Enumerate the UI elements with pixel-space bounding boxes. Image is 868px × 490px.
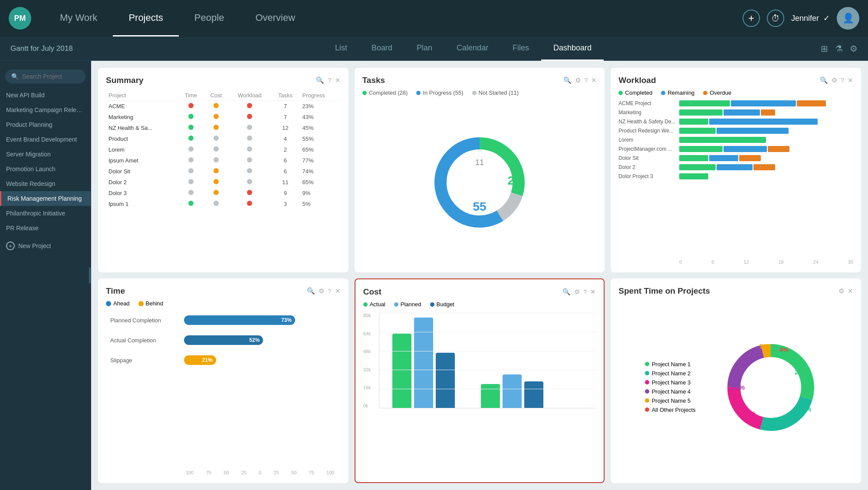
sidebar-item-philanthropic[interactable]: Philanthropic Initiative <box>0 206 91 221</box>
cell-time <box>178 166 204 177</box>
wb-overdue <box>753 164 775 170</box>
workload-bar-row: Dolor Project 3 <box>618 173 853 179</box>
col-cost: Cost <box>204 90 228 101</box>
tasks-settings-icon[interactable]: ⚙ <box>575 76 581 84</box>
add-icon[interactable]: + <box>743 10 760 27</box>
tab-plan[interactable]: Plan <box>404 36 444 61</box>
nav-item-people[interactable]: People <box>179 0 240 36</box>
time-behind-legend: Behind <box>138 300 163 307</box>
cost-legend: Actual Planned Budget <box>363 301 596 308</box>
sidebar-item-product-planning[interactable]: Product Planning <box>0 117 91 132</box>
settings-icon[interactable]: ⚙ <box>850 43 858 54</box>
cost-card: Cost 🔍 ⚙ ? ✕ Actual Planned <box>355 278 605 483</box>
table-row[interactable]: Dolor 3 9 9% <box>106 188 341 199</box>
main-layout: 🔍 New API Build Marketing Campaign Relea… <box>0 61 868 490</box>
tab-calendar[interactable]: Calendar <box>444 36 500 61</box>
time-help-icon[interactable]: ? <box>328 287 331 295</box>
cell-cost <box>204 122 228 133</box>
cell-progress: 45% <box>300 122 341 133</box>
sidebar-item-pr-release[interactable]: PR Release <box>0 221 91 235</box>
timer-icon[interactable]: ⏱ <box>767 10 784 27</box>
table-row[interactable]: Lorem 2 65% <box>106 144 341 155</box>
nav-item-overview[interactable]: Overview <box>240 0 311 36</box>
time-close-icon[interactable]: ✕ <box>335 287 341 295</box>
time-bar-wrap-actual: 52% <box>184 335 336 345</box>
nav-item-mywork[interactable]: My Work <box>44 0 113 36</box>
time-legend: Ahead Behind <box>106 300 341 307</box>
search-input[interactable] <box>22 73 79 80</box>
user-menu[interactable]: Jennifer ✓ <box>791 13 830 23</box>
tab-files[interactable]: Files <box>500 36 541 61</box>
workload-help-icon[interactable]: ? <box>841 76 844 84</box>
table-row[interactable]: Product 4 55% <box>106 133 341 144</box>
wb-completed <box>679 109 723 116</box>
tab-list[interactable]: List <box>323 36 359 61</box>
table-row[interactable]: Marketing 7 43% <box>106 112 341 122</box>
nav-items: My Work Projects People Overview <box>44 0 743 36</box>
table-row[interactable]: Dolor 2 11 65% <box>106 177 341 188</box>
sidebar-item-new-api[interactable]: New API Build <box>0 88 91 103</box>
cell-workload <box>228 133 271 144</box>
workload-search-icon[interactable]: 🔍 <box>820 76 828 84</box>
wb-completed <box>679 100 730 106</box>
wb-overdue <box>761 109 775 116</box>
time-settings-icon[interactable]: ⚙ <box>319 287 324 295</box>
workload-bar-row: Marketing <box>618 109 853 116</box>
sidebar-item-event-brand[interactable]: Event Brand Development <box>0 132 91 147</box>
workload-bars-section: ACME Project Marketing NZ Health & Safet… <box>618 100 853 257</box>
workload-settings-icon[interactable]: ⚙ <box>832 76 837 84</box>
cost-help-icon[interactable]: ? <box>583 288 587 296</box>
summary-card: Summary 🔍 ? ✕ Project Time Cost Workload <box>98 68 349 272</box>
table-row[interactable]: Dolor Sit 6 74% <box>106 166 341 177</box>
spent-time-title: Spent Time on Projects <box>618 286 710 296</box>
summary-close-icon[interactable]: ✕ <box>335 76 341 84</box>
cost-close-icon[interactable]: ✕ <box>590 288 596 296</box>
workload-row-label: NZ Health & Safety De... <box>618 119 679 125</box>
nav-item-projects[interactable]: Projects <box>113 0 178 36</box>
sub-nav-right-icons: ⊞ ⚗ ⚙ <box>821 43 858 54</box>
summary-search-icon[interactable]: 🔍 <box>316 76 324 84</box>
sidebar-item-marketing-campaign[interactable]: Marketing Campaign Release <box>0 103 91 117</box>
spent-donut-svg: 28% 23% 20% 20% 5% 4% <box>714 331 827 444</box>
logo[interactable]: PM <box>9 7 31 30</box>
completed-dot <box>362 91 367 95</box>
sidebar-item-promotion-launch[interactable]: Promotion Launch <box>0 162 91 176</box>
new-project-button[interactable]: + New Project <box>0 237 91 255</box>
table-row[interactable]: Ipsum 1 3 5% <box>106 199 341 209</box>
tasks-help-icon[interactable]: ? <box>584 76 588 84</box>
cost-bar-group-1 <box>392 313 455 408</box>
cell-workload <box>228 188 271 199</box>
table-row[interactable]: NZ Health & Sa... 12 45% <box>106 122 341 133</box>
cost-bar-actual-2 <box>481 384 500 408</box>
user-avatar[interactable]: 👤 <box>837 7 859 30</box>
tasks-search-icon[interactable]: 🔍 <box>563 76 572 84</box>
cost-bars-container <box>379 313 596 408</box>
sidebar-item-server-migration[interactable]: Server Migration <box>0 147 91 162</box>
cell-time <box>178 188 204 199</box>
in-progress-label: In Progress (55) <box>423 89 463 96</box>
workload-row-label: Dolor Sit <box>618 155 679 161</box>
tasks-close-icon[interactable]: ✕ <box>591 76 597 84</box>
cost-settings-icon[interactable]: ⚙ <box>574 288 580 296</box>
sidebar-item-website-redesign[interactable]: Website Redesign <box>0 176 91 191</box>
spent-close-icon[interactable]: ✕ <box>848 287 853 295</box>
cell-progress: 5% <box>300 199 341 209</box>
table-row[interactable]: ACME 7 23% <box>106 101 341 112</box>
nav-right: + ⏱ Jennifer ✓ 👤 <box>743 7 859 30</box>
tab-dashboard[interactable]: Dashboard <box>541 36 604 61</box>
cell-workload <box>228 144 271 155</box>
table-row[interactable]: Ipsum Amet 6 77% <box>106 155 341 166</box>
workload-close-icon[interactable]: ✕ <box>848 76 853 84</box>
tab-board[interactable]: Board <box>359 36 404 61</box>
cost-search-icon[interactable]: 🔍 <box>562 288 571 296</box>
sidebar-collapse-btn[interactable]: ◀ <box>89 268 91 283</box>
grid-icon[interactable]: ⊞ <box>821 43 828 54</box>
filter-icon[interactable]: ⚗ <box>835 43 843 54</box>
tasks-card-icons: 🔍 ⚙ ? ✕ <box>563 76 597 84</box>
spent-settings-icon[interactable]: ⚙ <box>838 287 844 295</box>
sidebar-item-risk-management[interactable]: Risk Management Planning <box>0 191 91 206</box>
workload-row-label: Marketing <box>618 109 679 116</box>
workload-row-label: ACME Project <box>618 100 679 106</box>
summary-help-icon[interactable]: ? <box>328 76 331 84</box>
time-search-icon[interactable]: 🔍 <box>307 287 315 295</box>
